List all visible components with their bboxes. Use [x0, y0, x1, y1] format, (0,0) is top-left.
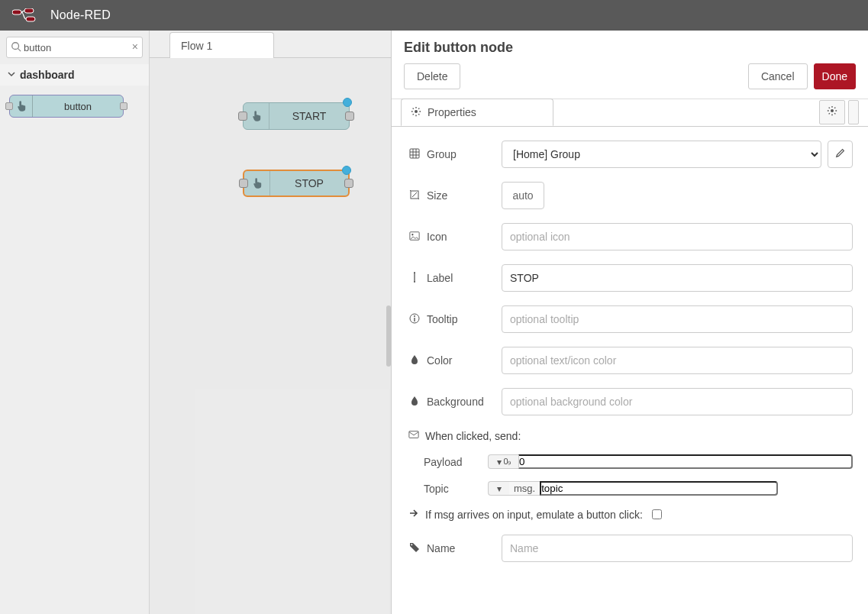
- background-input[interactable]: [502, 388, 853, 415]
- tab-properties-label: Properties: [428, 106, 476, 118]
- tooltip-input[interactable]: [502, 305, 853, 333]
- delete-button[interactable]: Delete: [404, 63, 460, 89]
- color-label: Color: [427, 354, 452, 367]
- gear-icon: [827, 105, 837, 119]
- node-port-in[interactable]: [238, 111, 247, 121]
- tint-icon: [408, 354, 421, 367]
- clear-search-icon[interactable]: ×: [132, 40, 138, 53]
- svg-point-19: [411, 544, 412, 545]
- resize-icon: [408, 189, 421, 202]
- name-input[interactable]: [502, 535, 853, 562]
- app-header: Node-RED: [0, 0, 868, 31]
- hand-click-icon: [244, 103, 269, 129]
- node-changed-dot-icon: [342, 166, 351, 175]
- node-settings-button[interactable]: [819, 100, 845, 124]
- tint-icon: [408, 396, 421, 409]
- svg-rect-17: [414, 318, 415, 322]
- emulate-label: If msg arrives on input, emulate a butto…: [425, 509, 643, 521]
- tooltip-label: Tooltip: [427, 313, 457, 325]
- edit-tray-body: Group [Home] Group: [392, 127, 868, 614]
- group-label: Group: [427, 148, 457, 160]
- number-type-icon: 0₉: [503, 457, 509, 467]
- edit-tray-header: Edit button node: [392, 31, 868, 60]
- hand-click-icon: [10, 95, 33, 117]
- svg-point-6: [831, 109, 834, 112]
- search-icon: [11, 41, 21, 54]
- color-input[interactable]: [502, 347, 853, 374]
- size-label: Size: [427, 189, 447, 202]
- svg-point-3: [12, 43, 19, 50]
- palette-node-label: button: [33, 101, 123, 112]
- edit-tray-title: Edit button node: [404, 40, 856, 56]
- icon-label: Icon: [427, 231, 447, 243]
- caret-down-icon: ▾: [497, 457, 502, 467]
- tab-label: Flow 1: [181, 40, 212, 52]
- tab-flow-1[interactable]: Flow 1: [169, 32, 274, 58]
- palette-category-label: dashboard: [20, 69, 75, 81]
- svg-rect-7: [410, 149, 419, 158]
- label-input[interactable]: [502, 264, 853, 292]
- done-button[interactable]: Done: [814, 63, 856, 89]
- edit-group-button[interactable]: [828, 141, 853, 168]
- app-logo-icon: [12, 8, 41, 22]
- node-changed-dot-icon: [343, 98, 352, 107]
- flow-node-stop[interactable]: STOP: [243, 170, 350, 197]
- emulate-checkbox[interactable]: [652, 509, 662, 519]
- topic-type-button[interactable]: ▾: [488, 481, 509, 496]
- cursor-icon: [408, 272, 421, 285]
- grid-icon: [408, 148, 421, 161]
- label-label: Label: [427, 272, 453, 284]
- background-label: Background: [427, 396, 484, 408]
- flow-canvas[interactable]: START STOP: [150, 58, 391, 614]
- svg-point-14: [411, 234, 413, 235]
- svg-point-5: [415, 109, 418, 112]
- size-button[interactable]: auto: [502, 182, 544, 209]
- image-icon: [408, 231, 421, 244]
- palette-search-input[interactable]: [6, 37, 143, 58]
- tag-icon: [408, 542, 421, 555]
- svg-rect-2: [26, 17, 35, 21]
- cancel-button[interactable]: Cancel: [748, 63, 808, 89]
- group-select[interactable]: [Home] Group: [502, 141, 821, 168]
- topic-label: Topic: [408, 483, 479, 495]
- edit-tray: Edit button node Delete Cancel Done Prop…: [391, 31, 868, 614]
- node-docs-button[interactable]: [848, 100, 859, 124]
- payload-type-button[interactable]: ▾ 0₉: [488, 454, 518, 469]
- arrow-right-icon: [408, 508, 419, 521]
- palette-sidebar: × dashboard button: [0, 31, 150, 614]
- svg-rect-18: [409, 431, 418, 438]
- tray-splitter-handle[interactable]: [386, 305, 391, 367]
- icon-input[interactable]: [502, 223, 853, 250]
- node-port-out[interactable]: [345, 111, 354, 121]
- node-port-out[interactable]: [344, 179, 353, 188]
- workspace: Flow 1 START STOP: [150, 31, 391, 614]
- node-port-in[interactable]: [5, 102, 13, 110]
- name-label: Name: [427, 542, 455, 554]
- payload-input[interactable]: [518, 454, 853, 469]
- svg-rect-0: [12, 10, 21, 15]
- envelope-icon: [408, 429, 419, 442]
- palette-search-wrap: ×: [0, 31, 149, 64]
- workspace-tabs: Flow 1: [150, 31, 391, 58]
- size-value: auto: [512, 189, 533, 202]
- topic-prefix: msg.: [509, 481, 540, 496]
- when-clicked-section: When clicked, send:: [408, 429, 853, 442]
- pencil-icon: [835, 147, 846, 161]
- gear-icon: [411, 106, 421, 119]
- when-clicked-label: When clicked, send:: [425, 430, 521, 442]
- flow-node-label: STOP: [270, 177, 348, 189]
- flow-node-label: START: [269, 110, 349, 122]
- info-icon: [408, 313, 421, 326]
- svg-line-4: [18, 49, 21, 52]
- node-port-in[interactable]: [239, 179, 248, 188]
- palette-category-dashboard[interactable]: dashboard: [0, 64, 149, 86]
- palette-node-button[interactable]: button: [9, 95, 124, 118]
- node-port-out[interactable]: [120, 102, 127, 110]
- caret-down-icon: ▾: [497, 483, 502, 494]
- app-title: Node-RED: [50, 8, 111, 22]
- hand-click-icon: [244, 171, 270, 196]
- topic-input[interactable]: [540, 481, 778, 496]
- tab-properties[interactable]: Properties: [401, 99, 553, 126]
- flow-node-start[interactable]: START: [243, 102, 350, 130]
- svg-point-16: [414, 315, 415, 317]
